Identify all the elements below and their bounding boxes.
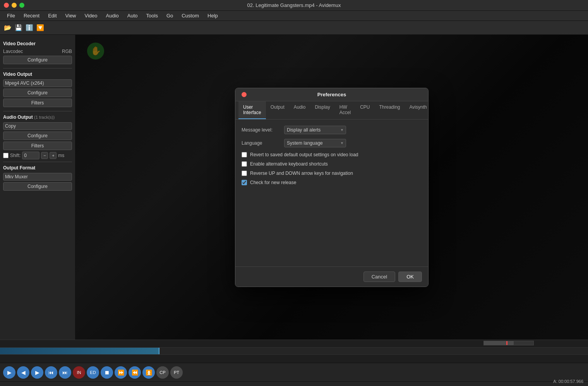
mark-in-button[interactable]: IN bbox=[73, 366, 85, 379]
menu-recent[interactable]: Recent bbox=[20, 12, 43, 19]
edit-button[interactable]: ED bbox=[87, 366, 99, 379]
modal-tabs: User Interface Output Audio Display HW A… bbox=[235, 101, 428, 120]
next-frame-button[interactable]: ▶ bbox=[31, 366, 43, 379]
timeline-scrub[interactable] bbox=[0, 348, 588, 355]
toolbar: 📂 💾 ℹ️ 🔽 bbox=[0, 21, 588, 35]
ok-button[interactable]: OK bbox=[398, 272, 422, 282]
filters-audio-button[interactable]: Filters bbox=[3, 142, 72, 150]
shift-decrease-button[interactable]: − bbox=[41, 152, 48, 159]
filter-icon[interactable]: 🔽 bbox=[36, 23, 45, 32]
modal-close-button[interactable] bbox=[242, 92, 247, 97]
play-button[interactable]: ▶ bbox=[3, 366, 15, 379]
menu-help[interactable]: Help bbox=[204, 12, 222, 19]
close-button[interactable] bbox=[4, 3, 9, 8]
menu-auto[interactable]: Auto bbox=[123, 12, 142, 19]
lavcodec-label: Lavcodec bbox=[3, 49, 23, 54]
tab-user-interface[interactable]: User Interface bbox=[238, 101, 266, 119]
window-title: 02. Legitimate Gangsters.mp4 - Avidemux bbox=[247, 2, 341, 8]
prev-segment-button[interactable]: ⏪ bbox=[129, 366, 141, 379]
timeline-area bbox=[0, 340, 588, 363]
configure-video-decoder-button[interactable]: Configure bbox=[3, 56, 72, 64]
tab-threading[interactable]: Threading bbox=[374, 101, 405, 119]
video-output-select[interactable]: Mpeg4 AVC (x264) bbox=[3, 79, 72, 87]
copy-button[interactable]: CP bbox=[156, 366, 169, 379]
info-icon[interactable]: ℹ️ bbox=[25, 23, 34, 32]
divider-2 bbox=[3, 111, 72, 111]
modal-titlebar: Preferences bbox=[235, 88, 428, 101]
timecode-panel: A: 00:00:57.966 B: 00:01:21.083 Selectio… bbox=[538, 379, 583, 386]
audio-output-select[interactable]: Copy bbox=[3, 122, 72, 130]
language-select-wrap: System language bbox=[284, 139, 346, 147]
alt-keyboard-label: Enable alternative keyboard shortcuts bbox=[250, 161, 328, 167]
message-level-select[interactable]: Display all alerts bbox=[284, 126, 346, 134]
tab-cpu[interactable]: CPU bbox=[355, 101, 374, 119]
menu-view[interactable]: View bbox=[62, 12, 80, 19]
message-level-row: Message level: Display all alerts bbox=[242, 126, 422, 134]
shift-unit: ms bbox=[58, 153, 64, 158]
tab-output[interactable]: Output bbox=[266, 101, 289, 119]
revert-checkbox[interactable] bbox=[242, 152, 247, 157]
output-format-select-row: Mkv Muxer bbox=[3, 173, 72, 181]
go-end-button[interactable]: ⏩ bbox=[115, 366, 127, 379]
menu-audio[interactable]: Audio bbox=[102, 12, 123, 19]
alt-keyboard-checkbox-row: Enable alternative keyboard shortcuts bbox=[242, 161, 422, 167]
video-area: ✋ Preferences User Interface Output Audi… bbox=[75, 35, 588, 340]
lavcodec-row: Lavcodec RGB bbox=[3, 49, 72, 54]
menu-video[interactable]: Video bbox=[81, 12, 101, 19]
configure-output-format-button[interactable]: Configure bbox=[3, 182, 72, 191]
prev-frame-button[interactable]: ◀ bbox=[17, 366, 29, 379]
rgb-label: RGB bbox=[62, 49, 72, 54]
menu-go[interactable]: Go bbox=[163, 12, 177, 19]
shift-checkbox[interactable] bbox=[3, 153, 9, 158]
open-icon[interactable]: 📂 bbox=[3, 23, 12, 32]
next-segment-button[interactable]: ⏫ bbox=[142, 366, 155, 379]
a-label: A: bbox=[553, 379, 557, 384]
menubar: File Recent Edit View Video Audio Auto T… bbox=[0, 11, 588, 21]
prev-keyframe-button[interactable]: ⏮ bbox=[45, 366, 57, 379]
shift-input[interactable] bbox=[22, 152, 39, 159]
next-keyframe-button[interactable]: ⏭ bbox=[59, 366, 71, 379]
zoom-bar[interactable] bbox=[483, 341, 534, 345]
go-start-button[interactable]: ⏹ bbox=[101, 366, 113, 379]
modal-title: Preferences bbox=[317, 92, 346, 97]
paste-button[interactable]: PT bbox=[170, 366, 183, 379]
timeline-cursor bbox=[159, 348, 159, 354]
menu-edit[interactable]: Edit bbox=[44, 12, 60, 19]
tab-hw-accel[interactable]: HW Accel bbox=[335, 101, 355, 119]
language-select[interactable]: System language bbox=[284, 139, 346, 147]
message-level-label: Message level: bbox=[242, 127, 284, 133]
check-release-checkbox[interactable] bbox=[242, 180, 247, 185]
output-format-select[interactable]: Mkv Muxer bbox=[3, 173, 72, 181]
shift-increase-button[interactable]: + bbox=[50, 152, 57, 159]
cancel-button[interactable]: Cancel bbox=[363, 272, 395, 282]
tab-avisynth[interactable]: Avisynth bbox=[405, 101, 429, 119]
message-level-select-wrap: Display all alerts bbox=[284, 126, 346, 134]
output-format-title: Output Format bbox=[3, 165, 72, 171]
tab-display[interactable]: Display bbox=[310, 101, 334, 119]
configure-video-output-button[interactable]: Configure bbox=[3, 89, 72, 97]
alt-keyboard-checkbox[interactable] bbox=[242, 161, 247, 167]
audio-output-select-row: Copy bbox=[3, 122, 72, 130]
menu-custom[interactable]: Custom bbox=[178, 12, 203, 19]
playback-controls: ▶ ◀ ▶ ⏮ ⏭ IN ED ⏹ ⏩ ⏪ ⏫ CP PT bbox=[0, 363, 588, 381]
maximize-button[interactable] bbox=[19, 3, 24, 8]
titlebar: 02. Legitimate Gangsters.mp4 - Avidemux bbox=[0, 0, 588, 11]
tab-audio[interactable]: Audio bbox=[289, 101, 310, 119]
video-output-title: Video Output bbox=[3, 72, 72, 77]
save-icon[interactable]: 💾 bbox=[14, 23, 23, 32]
reverse-arrows-label: Reverse UP and DOWN arrow keys for navig… bbox=[250, 171, 353, 176]
revert-label: Revert to saved default output settings … bbox=[250, 152, 358, 157]
zoom-marker bbox=[506, 341, 507, 345]
timeline-played bbox=[0, 348, 159, 354]
timeline-ruler bbox=[0, 340, 588, 348]
modal-overlay: Preferences User Interface Output Audio … bbox=[75, 35, 588, 340]
video-decoder-title: Video Decoder bbox=[3, 41, 72, 46]
reverse-arrows-checkbox[interactable] bbox=[242, 171, 247, 176]
minimize-button[interactable] bbox=[12, 3, 17, 8]
audio-output-title: Audio Output (1 track(s)) bbox=[3, 114, 72, 120]
zoom-fill bbox=[484, 341, 514, 345]
configure-audio-button[interactable]: Configure bbox=[3, 132, 72, 140]
filters-video-button[interactable]: Filters bbox=[3, 99, 72, 107]
menu-file[interactable]: File bbox=[3, 12, 19, 19]
menu-tools[interactable]: Tools bbox=[142, 12, 162, 19]
